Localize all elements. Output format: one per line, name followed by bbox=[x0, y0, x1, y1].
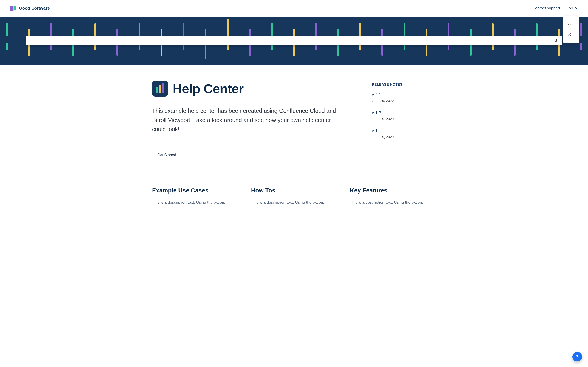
hero-banner bbox=[0, 17, 588, 65]
release-note-item[interactable]: v 2.1 June 29, 2020 bbox=[372, 92, 436, 102]
contact-support-link[interactable]: Contact support bbox=[532, 6, 560, 10]
decorative-bars-top bbox=[0, 23, 588, 36]
card-key-features[interactable]: Key Features This is a description text.… bbox=[350, 187, 436, 206]
search-bar[interactable] bbox=[26, 35, 562, 45]
chevron-down-icon bbox=[576, 7, 578, 10]
version-selected-label: v1 bbox=[569, 6, 573, 10]
version-option[interactable]: v1 bbox=[563, 18, 579, 29]
card-use-cases[interactable]: Example Use Cases This is a description … bbox=[152, 187, 238, 206]
release-note-item[interactable]: v 1.1 June 29, 2020 bbox=[372, 128, 436, 139]
title-row: Help Center bbox=[152, 81, 355, 97]
top-nav: Good Software Contact support v1 v1 v2 bbox=[0, 0, 588, 17]
version-dropdown-trigger[interactable]: v1 bbox=[569, 6, 578, 10]
card-desc: This is a description text. Using the ex… bbox=[152, 200, 238, 206]
version-dropdown-menu: v1 v2 bbox=[563, 16, 579, 43]
release-date: June 29, 2020 bbox=[372, 117, 436, 121]
release-version: v 1.3 bbox=[372, 110, 436, 115]
nav-right: Contact support v1 v1 v2 bbox=[532, 6, 578, 10]
card-desc: This is a description text. Using the ex… bbox=[350, 200, 436, 206]
decorative-bars-bottom bbox=[0, 43, 588, 59]
brand[interactable]: Good Software bbox=[10, 5, 50, 11]
release-version: v 1.1 bbox=[372, 128, 436, 133]
card-how-tos[interactable]: How Tos This is a description text. Usin… bbox=[251, 187, 337, 206]
release-note-item[interactable]: v 1.3 June 29, 2020 bbox=[372, 110, 436, 121]
release-date: June 29, 2020 bbox=[372, 99, 436, 102]
app-icon bbox=[152, 81, 168, 97]
page-title: Help Center bbox=[173, 81, 244, 96]
svg-point-0 bbox=[554, 39, 556, 41]
search-icon[interactable] bbox=[553, 38, 558, 43]
main-column: Help Center This example help center has… bbox=[152, 81, 355, 160]
card-title: Key Features bbox=[350, 187, 436, 194]
svg-line-1 bbox=[556, 41, 557, 42]
brand-name: Good Software bbox=[19, 6, 50, 11]
card-desc: This is a description text. Using the ex… bbox=[251, 200, 337, 206]
release-notes-heading: RELEASE NOTES bbox=[372, 82, 436, 86]
version-option[interactable]: v2 bbox=[563, 30, 579, 40]
section-divider bbox=[152, 174, 436, 174]
cards-row: Example Use Cases This is a description … bbox=[152, 187, 436, 208]
release-notes-sidebar: RELEASE NOTES v 2.1 June 29, 2020 v 1.3 … bbox=[367, 81, 436, 160]
release-date: June 29, 2020 bbox=[372, 135, 436, 139]
card-title: How Tos bbox=[251, 187, 337, 194]
intro-text: This example help center has been create… bbox=[152, 106, 340, 134]
get-started-button[interactable]: Get Started bbox=[152, 150, 182, 160]
brand-logo-icon bbox=[10, 5, 16, 11]
release-version: v 2.1 bbox=[372, 92, 436, 97]
card-title: Example Use Cases bbox=[152, 187, 238, 194]
search-input[interactable] bbox=[31, 38, 553, 43]
